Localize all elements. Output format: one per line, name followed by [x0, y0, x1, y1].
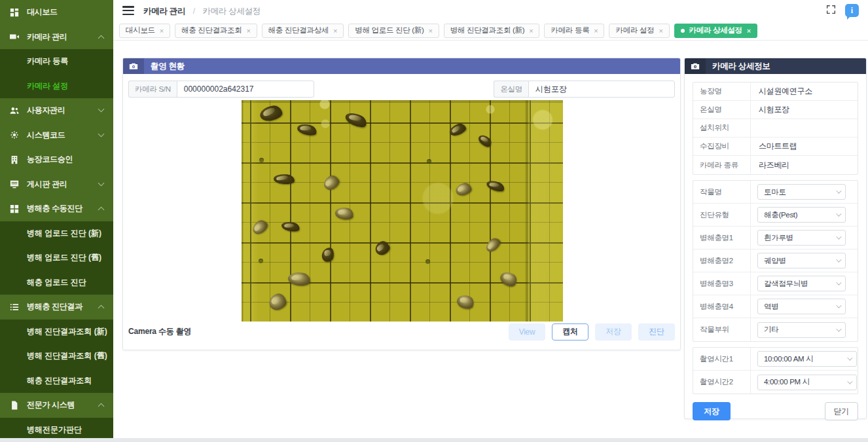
greenhouse-label: 온실명	[494, 81, 528, 98]
sidebar-item-expert-system[interactable]: 전문가 시스템	[0, 393, 113, 418]
message-icon[interactable]: i	[845, 4, 859, 17]
chevron-down-icon	[98, 179, 105, 186]
sidebar-item-label: 농장코드승인	[27, 154, 73, 165]
chevron-up-icon	[98, 207, 105, 213]
fullscreen-icon[interactable]	[826, 5, 836, 17]
tab-dashboard[interactable]: 대시보드 ×	[119, 24, 170, 38]
close-button[interactable]: 닫기	[825, 402, 858, 420]
tab-label: 해충 진단결과조회	[181, 26, 242, 35]
sidebar-item-disease-upload-old[interactable]: 병해 업로드 진단 (舊)	[0, 246, 113, 270]
video-camera-icon	[10, 32, 27, 41]
sidebar-item-pest-results[interactable]: 해충 진단결과조회	[0, 369, 113, 394]
sidebar-item-system-code[interactable]: 시스템코드	[0, 123, 113, 148]
tab-close-icon[interactable]: ×	[160, 27, 164, 35]
crop-name-select[interactable]: 토마토	[757, 184, 846, 200]
tab-close-icon[interactable]: ×	[747, 27, 751, 35]
tab-close-icon[interactable]: ×	[659, 27, 662, 35]
capture-time2-select[interactable]: 4:00:00 PM 시	[757, 375, 857, 390]
capture-status-panel: 촬영 현황 카메라 S/N 000000002a642317 온실명 시험포장 …	[122, 58, 681, 350]
table-row: 병해충명4 역병	[693, 295, 858, 318]
tab-camera-settings[interactable]: 카메라 설정 ×	[609, 24, 669, 38]
tab-close-icon[interactable]: ×	[529, 27, 533, 35]
save-button[interactable]: 저장	[693, 402, 731, 420]
camera-icon	[685, 58, 706, 74]
capture-time1-select[interactable]: 10:00:00 AM 시	[757, 351, 857, 367]
tab-close-icon[interactable]: ×	[594, 27, 598, 35]
gear-icon	[10, 130, 27, 139]
select-value: 갈색점무늬병	[764, 279, 808, 289]
sidebar-item-disease-upload-new[interactable]: 병해 업로드 진단 (新)	[0, 221, 113, 246]
greenhouse-input[interactable]: 시험포장	[528, 81, 675, 98]
table-row: 설치위치	[693, 119, 858, 138]
row-label: 촬영시간1	[693, 348, 751, 370]
chevron-down-icon	[98, 130, 105, 137]
sidebar-item-board-management[interactable]: 게시판 관리	[0, 172, 113, 197]
detail-panel-actions: 저장 닫기	[693, 402, 858, 420]
users-icon	[10, 106, 27, 115]
pest3-select[interactable]: 갈색점무늬병	[757, 276, 846, 291]
tab-pest-result-detail[interactable]: 해충 진단결과상세 ×	[262, 24, 344, 38]
table-row: 온실명 시험포장	[693, 101, 858, 119]
breadcrumb-page: 카메라 상세설정	[202, 7, 261, 16]
sidebar-item-camera-settings[interactable]: 카메라 설정	[0, 74, 113, 99]
diagnosis-type-select[interactable]: 해충(Pest)	[757, 207, 846, 223]
dashboard-icon	[10, 8, 27, 17]
diagnose-button[interactable]: 진단	[638, 323, 675, 341]
camera-sn-label: 카메라 S/N	[128, 81, 177, 98]
chevron-down-icon	[836, 211, 841, 216]
insect	[448, 122, 467, 138]
pest4-select[interactable]: 역병	[757, 299, 846, 314]
tab-disease-results-new[interactable]: 병해 진단결과조회 (新) ×	[444, 24, 540, 38]
breadcrumb-section[interactable]: 카메라 관리	[143, 7, 185, 16]
crop-part-select[interactable]: 기타	[757, 322, 846, 338]
insect	[498, 269, 520, 289]
capture-button[interactable]: 캡처	[552, 323, 588, 341]
tab-disease-upload-new[interactable]: 병해 업로드 진단 (新) ×	[348, 24, 439, 38]
sidebar-item-farm-code-approval[interactable]: 농장코드승인	[0, 147, 113, 172]
select-value: 10:00:00 AM 시	[764, 354, 813, 364]
sidebar-item-camera-register[interactable]: 카메라 등록	[0, 49, 113, 74]
bottom-scrollbar-strip[interactable]	[0, 438, 868, 442]
sidebar-item-dashboard[interactable]: 대시보드	[0, 0, 113, 25]
view-button[interactable]: View	[509, 323, 545, 341]
sidebar-item-disease-results-old[interactable]: 병해 진단결과조회 (舊)	[0, 344, 113, 369]
save-image-button[interactable]: 저장	[595, 323, 632, 341]
trap-photo-insects	[242, 100, 563, 322]
tab-label: 해충 진단결과상세	[268, 26, 329, 35]
table-row: 촬영시간1 10:00:00 AM 시	[693, 348, 858, 371]
manual-capture-label: Camera 수동 촬영	[128, 326, 191, 337]
sidebar-item-label: 병해 진단결과조회 (舊)	[27, 350, 107, 361]
pest1-select[interactable]: 흰가루병	[757, 230, 846, 246]
sidebar-item-manual-diagnosis[interactable]: 병해충 수동진단	[0, 196, 113, 221]
camera-sn-input[interactable]: 000000002a642317	[177, 81, 314, 98]
tab-close-icon[interactable]: ×	[429, 27, 433, 35]
sidebar-item-disease-results-new[interactable]: 병해 진단결과조회 (新)	[0, 320, 113, 344]
insect	[296, 122, 317, 137]
tab-camera-detail-settings[interactable]: 카메라 상세설정 ×	[674, 24, 757, 38]
hamburger-menu-icon[interactable]	[122, 6, 134, 15]
camera-info-table: 농장명 시설원예연구소 온실명 시험포장 설치위치 수집장비 스마트트랩 카메라…	[693, 82, 858, 175]
sidebar-item-pest-upload[interactable]: 해충 업로드 진단	[0, 270, 113, 295]
tab-camera-register[interactable]: 카메라 등록 ×	[544, 24, 604, 38]
tab-close-icon[interactable]: ×	[333, 27, 337, 35]
sidebar-item-camera-management[interactable]: 카메라 관리	[0, 25, 113, 50]
row-label: 작물부위	[693, 318, 751, 341]
sidebar-item-label: 전문가 시스템	[27, 399, 75, 411]
table-row: 병해충명3 갈색점무늬병	[693, 272, 858, 295]
table-row: 병해충명1 흰가루병	[693, 227, 858, 249]
sidebar-item-label: 병해충 진단결과	[27, 301, 82, 312]
chevron-up-icon	[98, 403, 105, 410]
tab-pest-results[interactable]: 해충 진단결과조회 ×	[175, 24, 257, 38]
pest2-select[interactable]: 궤양병	[757, 253, 846, 268]
select-value: 토마토	[764, 187, 786, 197]
chevron-down-icon	[836, 234, 841, 239]
sidebar-item-label: 해충 진단결과조회	[27, 375, 92, 386]
sidebar-item-label: 해충 업로드 진단	[27, 277, 86, 288]
sidebar-item-user-management[interactable]: 사용자관리	[0, 98, 113, 123]
insect	[477, 133, 494, 149]
row-label: 설치위치	[693, 119, 751, 137]
sidebar-item-diagnosis-results[interactable]: 병해충 진단결과	[0, 295, 113, 320]
chevron-up-icon	[98, 305, 105, 312]
chevron-down-icon	[836, 326, 841, 331]
tab-close-icon[interactable]: ×	[246, 27, 250, 35]
